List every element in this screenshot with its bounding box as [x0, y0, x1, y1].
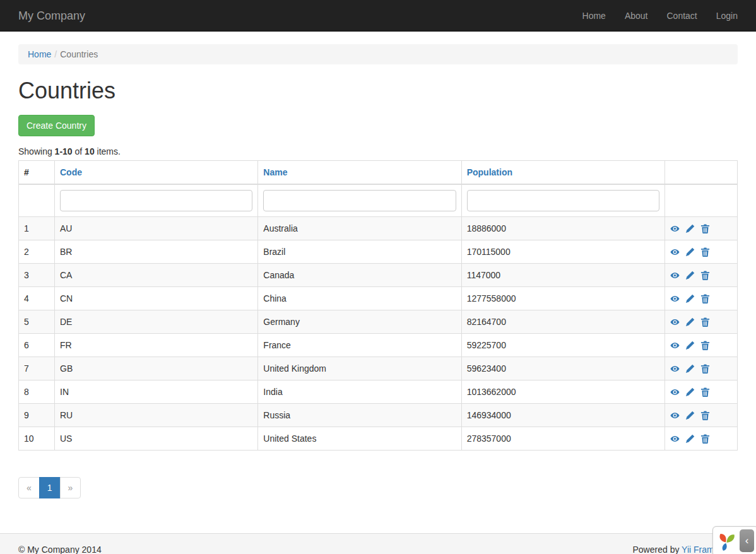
sort-name-link[interactable]: Name: [263, 167, 287, 177]
view-icon[interactable]: [670, 315, 680, 328]
update-icon[interactable]: [685, 315, 695, 328]
row-population: 59225700: [461, 333, 664, 357]
update-icon[interactable]: [685, 409, 695, 421]
create-country-button[interactable]: Create Country: [18, 115, 95, 136]
update-icon[interactable]: [685, 245, 695, 258]
table-filter-row: [19, 184, 738, 217]
row-name: United Kingdom: [258, 357, 461, 380]
row-population: 1277558000: [461, 286, 664, 310]
row-code: RU: [55, 403, 258, 427]
row-population: 1147000: [461, 263, 664, 286]
debug-collapse-button[interactable]: ‹: [740, 529, 754, 552]
main-nav: Home About Contact Login: [573, 0, 738, 32]
row-code: DE: [55, 310, 258, 333]
table-row: 3CACanada1147000: [19, 263, 738, 286]
breadcrumb-current: Countries: [60, 49, 98, 59]
update-icon[interactable]: [685, 339, 695, 351]
row-name: Australia: [258, 216, 461, 240]
row-population: 82164700: [461, 310, 664, 333]
row-actions: [665, 240, 738, 263]
nav-item-contact[interactable]: Contact: [657, 0, 706, 32]
table-row: 5DEGermany82164700: [19, 310, 738, 333]
footer: © My Company 2014 Powered by Yii Framewo…: [0, 533, 756, 554]
update-icon[interactable]: [685, 292, 695, 305]
delete-icon[interactable]: [700, 362, 710, 375]
delete-icon[interactable]: [700, 245, 710, 258]
row-name: China: [258, 286, 461, 310]
breadcrumb: Home/Countries: [18, 44, 738, 64]
row-actions: [665, 357, 738, 380]
delete-icon[interactable]: [700, 315, 710, 328]
row-actions: [665, 403, 738, 427]
row-index: 8: [19, 380, 55, 403]
row-actions: [665, 216, 738, 240]
table-header-row: # Code Name Population: [19, 160, 738, 184]
pagination-prev[interactable]: «: [18, 477, 40, 498]
view-icon[interactable]: [670, 269, 680, 281]
row-name: India: [258, 380, 461, 403]
row-population: 278357000: [461, 427, 664, 450]
row-name: Canada: [258, 263, 461, 286]
row-code: BR: [55, 240, 258, 263]
breadcrumb-home-link[interactable]: Home: [28, 49, 51, 59]
population-filter-input[interactable]: [467, 190, 659, 211]
table-row: 6FRFrance59225700: [19, 333, 738, 357]
view-icon[interactable]: [670, 362, 680, 375]
nav-item-about[interactable]: About: [615, 0, 658, 32]
delete-icon[interactable]: [700, 269, 710, 281]
sort-code-link[interactable]: Code: [60, 167, 82, 177]
update-icon[interactable]: [685, 269, 695, 281]
code-filter-input[interactable]: [60, 190, 252, 211]
row-actions: [665, 380, 738, 403]
summary-middle: of: [73, 146, 85, 156]
row-actions: [665, 427, 738, 450]
sort-population-link[interactable]: Population: [467, 167, 512, 177]
header-name: Name: [258, 160, 461, 184]
view-icon[interactable]: [670, 432, 680, 445]
page-title: Countries: [18, 78, 738, 103]
row-index: 10: [19, 427, 55, 450]
row-index: 4: [19, 286, 55, 310]
view-icon[interactable]: [670, 222, 680, 235]
row-population: 170115000: [461, 240, 664, 263]
pagination-page-1[interactable]: 1: [39, 477, 61, 498]
delete-icon[interactable]: [700, 432, 710, 445]
table-row: 2BRBrazil170115000: [19, 240, 738, 263]
delete-icon[interactable]: [700, 292, 710, 305]
summary-range: 1-10: [55, 146, 73, 156]
name-filter-input[interactable]: [263, 190, 456, 211]
brand-link[interactable]: My Company: [18, 0, 95, 32]
update-icon[interactable]: [685, 222, 695, 235]
update-icon[interactable]: [685, 386, 695, 398]
breadcrumb-separator: /: [51, 49, 60, 59]
view-icon[interactable]: [670, 339, 680, 351]
delete-icon[interactable]: [700, 409, 710, 421]
update-icon[interactable]: [685, 362, 695, 375]
header-population: Population: [461, 160, 664, 184]
summary-suffix: items.: [95, 146, 121, 156]
delete-icon[interactable]: [700, 222, 710, 235]
row-code: FR: [55, 333, 258, 357]
row-actions: [665, 333, 738, 357]
row-name: Germany: [258, 310, 461, 333]
powered-by-text: Powered by: [632, 545, 682, 554]
row-name: France: [258, 333, 461, 357]
nav-item-home[interactable]: Home: [573, 0, 615, 32]
row-population: 1013662000: [461, 380, 664, 403]
pagination-next[interactable]: »: [60, 477, 81, 498]
row-index: 5: [19, 310, 55, 333]
pagination: « 1 »: [18, 477, 81, 498]
view-icon[interactable]: [670, 245, 680, 258]
row-name: Brazil: [258, 240, 461, 263]
row-code: AU: [55, 216, 258, 240]
nav-item-login[interactable]: Login: [707, 0, 738, 32]
view-icon[interactable]: [670, 409, 680, 421]
delete-icon[interactable]: [700, 386, 710, 398]
update-icon[interactable]: [685, 432, 695, 445]
table-row: 1AUAustralia18886000: [19, 216, 738, 240]
summary-prefix: Showing: [18, 146, 55, 156]
view-icon[interactable]: [670, 292, 680, 305]
delete-icon[interactable]: [700, 339, 710, 351]
table-row: 4CNChina1277558000: [19, 286, 738, 310]
view-icon[interactable]: [670, 386, 680, 398]
